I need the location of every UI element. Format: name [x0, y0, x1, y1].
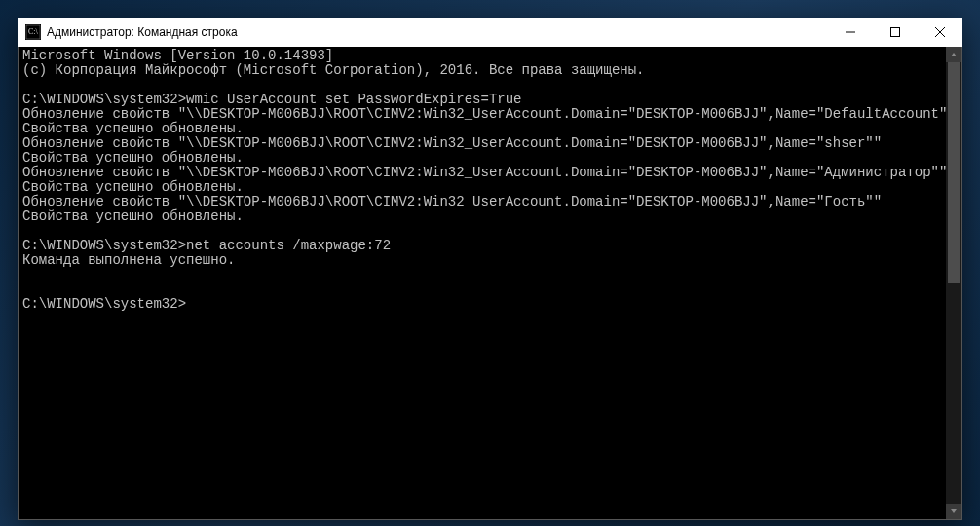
terminal-line: [22, 282, 942, 297]
scrollbar-up-arrow[interactable]: [946, 47, 961, 62]
svg-marker-7: [951, 53, 957, 56]
terminal-line: Свойства успешно обновлены.: [22, 180, 942, 195]
terminal-line: C:\WINDOWS\system32>net accounts /maxpwa…: [22, 239, 942, 253]
close-button[interactable]: [918, 18, 962, 47]
terminal-line: Команда выполнена успешно.: [22, 253, 942, 268]
terminal-line: Обновление свойств "\\DESKTOP-M006BJJ\RO…: [22, 195, 942, 209]
terminal-line: [22, 78, 942, 93]
svg-rect-4: [891, 28, 900, 37]
cmd-icon: C:\: [25, 24, 41, 40]
cmd-window: C:\ Администратор: Командная строка Micr…: [18, 18, 962, 520]
scrollbar-down-arrow[interactable]: [946, 504, 961, 519]
window-title: Администратор: Командная строка: [47, 25, 238, 39]
terminal-line: [22, 224, 942, 239]
terminal-line: Свойства успешно обновлены.: [22, 151, 942, 166]
titlebar-left: C:\ Администратор: Командная строка: [18, 24, 238, 40]
scrollbar-thumb[interactable]: [948, 62, 960, 283]
scrollbar[interactable]: [946, 47, 961, 519]
terminal-line: (c) Корпорация Майкрософт (Microsoft Cor…: [22, 63, 942, 78]
terminal-line: Свойства успешно обновлены.: [22, 209, 942, 224]
terminal-line: Microsoft Windows [Version 10.0.14393]: [22, 49, 942, 63]
terminal-line: C:\WINDOWS\system32>: [22, 297, 942, 312]
terminal-line: Свойства успешно обновлены.: [22, 122, 942, 136]
maximize-button[interactable]: [873, 18, 918, 47]
terminal-container: Microsoft Windows [Version 10.0.14393](c…: [18, 47, 962, 520]
terminal-line: C:\WINDOWS\system32>wmic UserAccount set…: [22, 93, 942, 107]
titlebar[interactable]: C:\ Администратор: Командная строка: [18, 18, 962, 47]
svg-text:C:\: C:\: [28, 27, 39, 36]
scrollbar-track[interactable]: [946, 62, 961, 504]
terminal-line: Обновление свойств "\\DESKTOP-M006BJJ\RO…: [22, 107, 942, 122]
terminal-line: Обновление свойств "\\DESKTOP-M006BJJ\RO…: [22, 166, 942, 180]
terminal[interactable]: Microsoft Windows [Version 10.0.14393](c…: [19, 47, 946, 519]
svg-marker-8: [951, 509, 957, 513]
terminal-line: Обновление свойств "\\DESKTOP-M006BJJ\RO…: [22, 136, 942, 151]
window-controls: [828, 18, 962, 47]
minimize-button[interactable]: [828, 18, 873, 47]
terminal-line: [22, 268, 942, 282]
